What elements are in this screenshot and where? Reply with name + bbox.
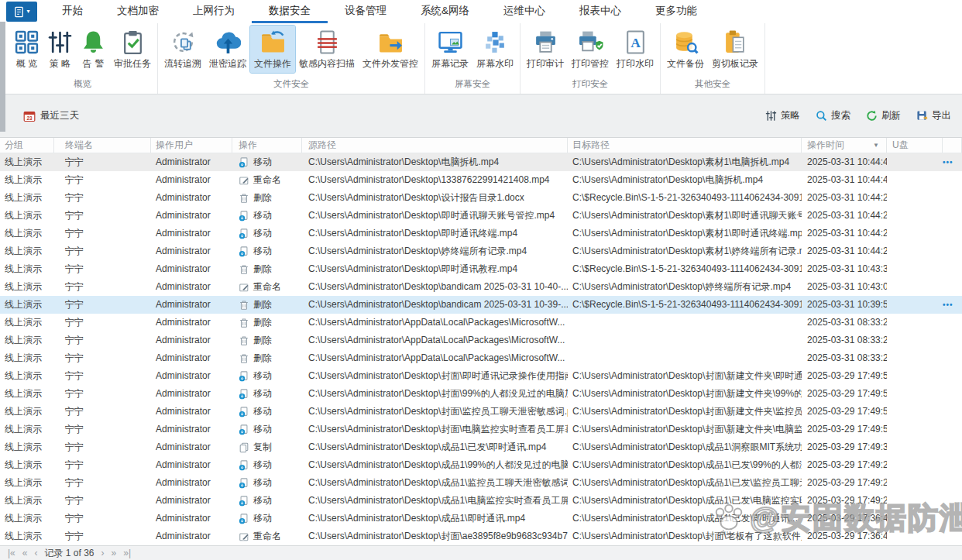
fast-prev-button[interactable]: «: [22, 547, 28, 560]
ribbon-item-fileout[interactable]: 文件外发管控: [359, 26, 422, 73]
ribbon-group: 打印审计 打印管控 打印水印 打印安全: [521, 23, 661, 94]
menu-item-9[interactable]: 更多功能: [638, 0, 714, 23]
cell-terminal: 宁宁: [54, 332, 151, 349]
menu-item-5[interactable]: 设备管理: [328, 0, 404, 23]
column-header-label: 分组: [5, 139, 23, 152]
ribbon-item-bell[interactable]: 告 警: [77, 26, 110, 73]
ribbon-item-fileop[interactable]: 文件操作: [250, 26, 295, 73]
filter-dropdown-icon[interactable]: ▼: [873, 142, 879, 149]
ribbon-item-policy[interactable]: 策 略: [43, 26, 77, 73]
refresh-button[interactable]: 刷新: [866, 109, 901, 122]
cell-time: 2025-03-31 10:44:45: [802, 153, 887, 171]
cell-operation: 移动: [232, 153, 302, 171]
cell-more: •••: [943, 421, 962, 438]
table-row[interactable]: 线上演示 宁宁 Administrator 重命名 C:\Users\Admin…: [0, 171, 962, 189]
first-page-button[interactable]: |«: [8, 547, 15, 560]
table-row[interactable]: 线上演示 宁宁 Administrator 移动 C:\Users\Admini…: [0, 367, 962, 385]
table-row[interactable]: 线上演示 宁宁 Administrator 移动 C:\Users\Admini…: [0, 456, 962, 474]
operation-icon: [239, 442, 249, 453]
ribbon-item-label: 剪切板记录: [712, 57, 758, 70]
table-row[interactable]: 线上演示 宁宁 Administrator 删除 C:\Users\Admini…: [0, 296, 962, 314]
ribbon-group-items: 流转追溯 泄密追踪 文件操作 敏感内容扫描 文件外发管控: [160, 23, 422, 77]
cell-target-path: C:\Users\Administrator\Desktop\电脑拆机.mp4: [568, 171, 802, 189]
table-row[interactable]: 线上演示 宁宁 Administrator 移动 C:\Users\Admini…: [0, 474, 962, 492]
cell-terminal: 宁宁: [54, 527, 151, 545]
table-row[interactable]: 线上演示 宁宁 Administrator 移动 C:\Users\Admini…: [0, 403, 962, 421]
cell-operation: 移动: [232, 403, 302, 421]
cell-time: 2025-03-29 17:49:20: [802, 456, 887, 474]
row-more-button[interactable]: •••: [943, 296, 953, 314]
filter-toolbar: 最近三天 策略 搜索 刷新 导出: [0, 94, 962, 137]
ribbon-item-clipboardrec[interactable]: 剪切板记录: [708, 26, 762, 73]
ribbon-item-scan[interactable]: 敏感内容扫描: [295, 26, 359, 73]
date-filter-button[interactable]: 最近三天: [23, 109, 79, 122]
table-row[interactable]: 线上演示 宁宁 Administrator 移动 C:\Users\Admini…: [0, 510, 962, 527]
table-row[interactable]: 线上演示 宁宁 Administrator 删除 C:\Users\Admini…: [0, 332, 962, 349]
app-menu-button[interactable]: ▾: [6, 2, 37, 22]
table-row[interactable]: 线上演示 宁宁 Administrator 删除 C:\Users\Admini…: [0, 349, 962, 367]
cell-time: 2025-03-29 17:49:58: [802, 367, 887, 385]
export-button[interactable]: 导出: [916, 109, 951, 122]
prev-page-button[interactable]: ‹: [34, 547, 37, 560]
cell-group: 线上演示: [0, 403, 54, 421]
fast-next-button[interactable]: »: [112, 547, 117, 560]
table-row[interactable]: 线上演示 宁宁 Administrator 删除 C:\Users\Admini…: [0, 314, 962, 332]
ribbon-item-approve[interactable]: 审批任务: [110, 26, 155, 73]
column-header-source[interactable]: 源路径: [302, 138, 568, 153]
menu-item-1[interactable]: 开始: [45, 0, 100, 23]
table-row[interactable]: 线上演示 宁宁 Administrator 移动 C:\Users\Admini…: [0, 207, 962, 225]
search-button[interactable]: 搜索: [816, 109, 850, 122]
table-row[interactable]: 线上演示 宁宁 Administrator 移动 C:\Users\Admini…: [0, 225, 962, 242]
operation-label: 删除: [253, 349, 272, 367]
ribbon-item-leak[interactable]: 泄密追踪: [205, 26, 250, 73]
cell-usb: [887, 421, 943, 438]
next-page-button[interactable]: ›: [101, 547, 105, 560]
ribbon-item-mosaic[interactable]: 屏幕水印: [472, 26, 517, 73]
menu-item-8[interactable]: 报表中心: [562, 0, 638, 23]
column-header-time[interactable]: 操作时间 ▼: [802, 138, 887, 153]
cell-terminal: 宁宁: [54, 367, 151, 385]
table-row[interactable]: 线上演示 宁宁 Administrator 移动 C:\Users\Admini…: [0, 492, 962, 510]
column-header-more[interactable]: [943, 138, 962, 153]
column-header-user[interactable]: 操作用户: [151, 138, 232, 153]
menu-item-6[interactable]: 系统&网络: [404, 0, 486, 23]
table-row[interactable]: 线上演示 宁宁 Administrator 重命名 C:\Users\Admin…: [0, 527, 962, 545]
table-row[interactable]: 线上演示 宁宁 Administrator 删除 C:\Users\Admini…: [0, 189, 962, 207]
last-page-button[interactable]: »|: [123, 547, 131, 560]
table-row[interactable]: 线上演示 宁宁 Administrator 移动 C:\Users\Admini…: [0, 153, 962, 171]
operation-icon: [239, 531, 249, 542]
column-header-terminal[interactable]: 终端名: [54, 138, 151, 153]
cell-group: 线上演示: [0, 314, 54, 332]
ribbon-item-printctrl[interactable]: 打印管控: [568, 26, 613, 73]
table-row[interactable]: 线上演示 宁宁 Administrator 复制 C:\Users\Admini…: [0, 438, 962, 456]
cell-source-path: C:\Users\Administrator\Desktop\封面\电脑监控实时…: [302, 421, 568, 438]
column-header-target[interactable]: 目标路径: [568, 138, 802, 153]
policy-button[interactable]: 策略: [765, 109, 800, 122]
table-row[interactable]: 线上演示 宁宁 Administrator 删除 C:\Users\Admini…: [0, 260, 962, 278]
ribbon-item-print[interactable]: 打印审计: [523, 26, 568, 73]
ribbon-group: 概 览 策 略 告 警 审批任务 概览: [8, 23, 158, 94]
ribbon-item-backup[interactable]: 文件备份: [663, 26, 708, 73]
column-header-op[interactable]: 操作: [232, 138, 302, 153]
cell-operation: 重命名: [232, 171, 302, 189]
ribbon-item-screenrec[interactable]: 屏幕记录: [428, 26, 472, 73]
table-row[interactable]: 线上演示 宁宁 Administrator 移动 C:\Users\Admini…: [0, 421, 962, 438]
ribbon-item-overview[interactable]: 概 览: [10, 26, 43, 73]
column-header-usb[interactable]: U盘: [887, 138, 943, 153]
menu-item-7[interactable]: 运维中心: [486, 0, 562, 23]
ribbon-item-icon: [483, 29, 508, 55]
column-header-group[interactable]: 分组: [0, 138, 54, 153]
cell-time: 2025-03-31 10:39:50: [802, 296, 887, 314]
menu-item-2[interactable]: 文档加密: [100, 0, 176, 23]
menu-item-3[interactable]: 上网行为: [176, 0, 252, 23]
cell-operation: 删除: [232, 260, 302, 278]
ribbon-item-printwm[interactable]: 打印水印: [613, 26, 658, 73]
ribbon-item-trace[interactable]: 流转追溯: [160, 26, 205, 73]
table-row[interactable]: 线上演示 宁宁 Administrator 重命名 C:\Users\Admin…: [0, 278, 962, 296]
table-row[interactable]: 线上演示 宁宁 Administrator 移动 C:\Users\Admini…: [0, 242, 962, 260]
row-more-button[interactable]: •••: [943, 153, 953, 171]
pagination-bar: |« « ‹ 记录 1 of 36 › » »|: [0, 545, 962, 560]
cell-time: 2025-03-31 10:43:00: [802, 278, 887, 296]
table-row[interactable]: 线上演示 宁宁 Administrator 移动 C:\Users\Admini…: [0, 385, 962, 403]
menu-item-4[interactable]: 数据安全: [252, 0, 328, 23]
